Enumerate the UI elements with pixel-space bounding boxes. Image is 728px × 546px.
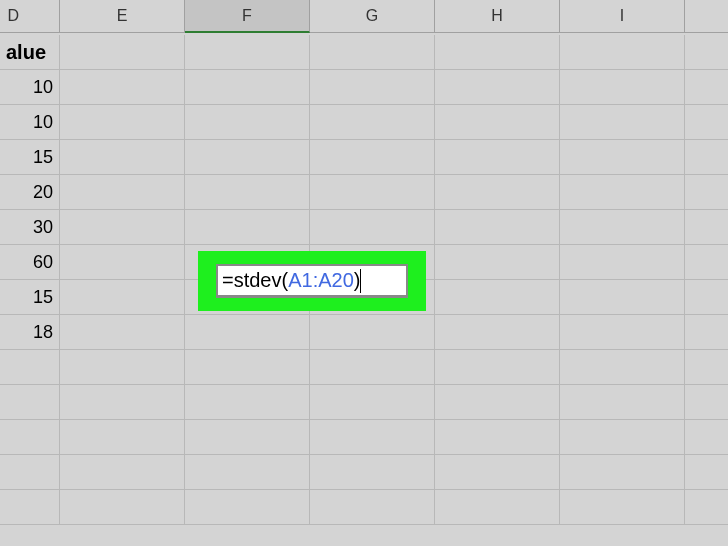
cell-e8[interactable]: [60, 280, 185, 315]
cell-h6[interactable]: [435, 210, 560, 245]
formula-input[interactable]: =stdev(A1:A20): [216, 264, 408, 298]
cell-h1[interactable]: [435, 35, 560, 70]
cell-i8[interactable]: [560, 280, 685, 315]
column-header-h[interactable]: H: [435, 0, 560, 33]
cell-g5[interactable]: [310, 175, 435, 210]
cell-h8[interactable]: [435, 280, 560, 315]
cell-end10[interactable]: [685, 350, 728, 385]
cell-g9[interactable]: [310, 315, 435, 350]
cell-d4[interactable]: 15: [0, 140, 60, 175]
cell-e2[interactable]: [60, 70, 185, 105]
cell-i6[interactable]: [560, 210, 685, 245]
cell-end4[interactable]: [685, 140, 728, 175]
cell-i10[interactable]: [560, 350, 685, 385]
cell-h11[interactable]: [435, 385, 560, 420]
cell-d8[interactable]: 15: [0, 280, 60, 315]
cell-f2[interactable]: [185, 70, 310, 105]
cell-end14[interactable]: [685, 490, 728, 525]
cell-end7[interactable]: [685, 245, 728, 280]
cell-i12[interactable]: [560, 420, 685, 455]
cell-g14[interactable]: [310, 490, 435, 525]
cell-d7[interactable]: 60: [0, 245, 60, 280]
cell-d9[interactable]: 18: [0, 315, 60, 350]
cell-f14[interactable]: [185, 490, 310, 525]
cell-i9[interactable]: [560, 315, 685, 350]
column-header-f[interactable]: F: [185, 0, 310, 33]
cell-g1[interactable]: [310, 35, 435, 70]
column-header-g[interactable]: G: [310, 0, 435, 33]
cell-d6[interactable]: 30: [0, 210, 60, 245]
cell-f1[interactable]: [185, 35, 310, 70]
cell-i4[interactable]: [560, 140, 685, 175]
cell-end11[interactable]: [685, 385, 728, 420]
cell-end8[interactable]: [685, 280, 728, 315]
cell-e5[interactable]: [60, 175, 185, 210]
cell-e13[interactable]: [60, 455, 185, 490]
cell-g13[interactable]: [310, 455, 435, 490]
cell-d3[interactable]: 10: [0, 105, 60, 140]
cell-e7[interactable]: [60, 245, 185, 280]
cell-e4[interactable]: [60, 140, 185, 175]
cell-end3[interactable]: [685, 105, 728, 140]
column-header-e[interactable]: E: [60, 0, 185, 33]
cell-h13[interactable]: [435, 455, 560, 490]
cell-e10[interactable]: [60, 350, 185, 385]
cell-h14[interactable]: [435, 490, 560, 525]
cell-f10[interactable]: [185, 350, 310, 385]
cell-i2[interactable]: [560, 70, 685, 105]
cell-f3[interactable]: [185, 105, 310, 140]
cell-end5[interactable]: [685, 175, 728, 210]
cell-e11[interactable]: [60, 385, 185, 420]
cell-d13[interactable]: [0, 455, 60, 490]
cell-f5[interactable]: [185, 175, 310, 210]
cell-g2[interactable]: [310, 70, 435, 105]
cell-d10[interactable]: [0, 350, 60, 385]
cell-d5[interactable]: 20: [0, 175, 60, 210]
cell-h4[interactable]: [435, 140, 560, 175]
cell-e14[interactable]: [60, 490, 185, 525]
cell-h3[interactable]: [435, 105, 560, 140]
cell-h2[interactable]: [435, 70, 560, 105]
cell-h12[interactable]: [435, 420, 560, 455]
column-header-d[interactable]: D: [0, 0, 60, 33]
cell-i14[interactable]: [560, 490, 685, 525]
cell-i13[interactable]: [560, 455, 685, 490]
cell-h9[interactable]: [435, 315, 560, 350]
cell-d14[interactable]: [0, 490, 60, 525]
cell-f13[interactable]: [185, 455, 310, 490]
column-header-end[interactable]: [685, 0, 728, 33]
cell-g3[interactable]: [310, 105, 435, 140]
cell-i1[interactable]: [560, 35, 685, 70]
cell-e1[interactable]: [60, 35, 185, 70]
cell-end6[interactable]: [685, 210, 728, 245]
cell-g11[interactable]: [310, 385, 435, 420]
cell-end12[interactable]: [685, 420, 728, 455]
cell-f6[interactable]: [185, 210, 310, 245]
cell-d1[interactable]: alue: [0, 35, 60, 70]
cell-end1[interactable]: [685, 35, 728, 70]
cell-d12[interactable]: [0, 420, 60, 455]
cell-f11[interactable]: [185, 385, 310, 420]
cell-g12[interactable]: [310, 420, 435, 455]
cell-g10[interactable]: [310, 350, 435, 385]
cell-end13[interactable]: [685, 455, 728, 490]
cell-g4[interactable]: [310, 140, 435, 175]
cell-f9[interactable]: [185, 315, 310, 350]
cell-d2[interactable]: 10: [0, 70, 60, 105]
cell-e3[interactable]: [60, 105, 185, 140]
cell-g6[interactable]: [310, 210, 435, 245]
cell-i11[interactable]: [560, 385, 685, 420]
cell-h5[interactable]: [435, 175, 560, 210]
cell-e6[interactable]: [60, 210, 185, 245]
cell-i5[interactable]: [560, 175, 685, 210]
cell-e9[interactable]: [60, 315, 185, 350]
cell-f12[interactable]: [185, 420, 310, 455]
cell-h10[interactable]: [435, 350, 560, 385]
cell-h7[interactable]: [435, 245, 560, 280]
cell-f4[interactable]: [185, 140, 310, 175]
cell-end9[interactable]: [685, 315, 728, 350]
cell-end2[interactable]: [685, 70, 728, 105]
cell-e12[interactable]: [60, 420, 185, 455]
column-header-i[interactable]: I: [560, 0, 685, 33]
cell-d11[interactable]: [0, 385, 60, 420]
